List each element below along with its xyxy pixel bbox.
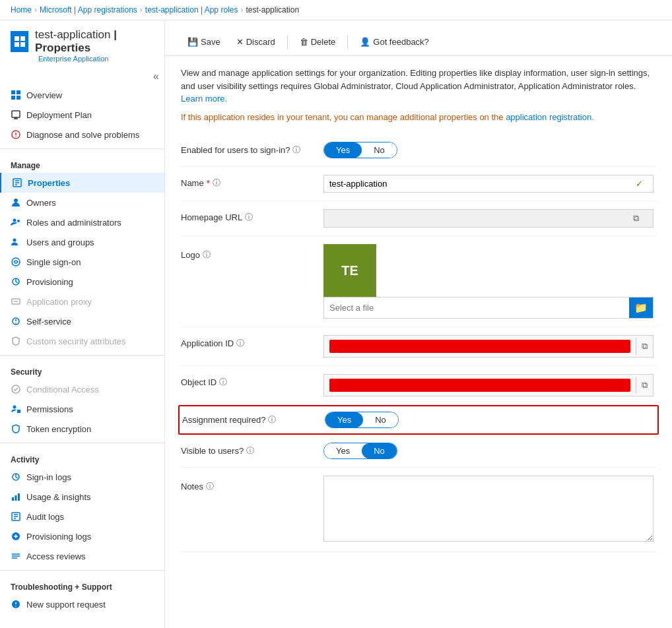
nav-item-audit-logs[interactable]: Audit logs — [0, 507, 164, 526]
visible-label: Visible to users? ⓘ — [181, 443, 313, 456]
visible-no-button[interactable]: No — [362, 443, 397, 458]
svg-rect-33 — [15, 495, 17, 501]
homepage-label: Homepage URL ⓘ — [181, 209, 313, 223]
support-icon — [11, 599, 21, 610]
visible-row: Visible to users? ⓘ Yes No — [181, 435, 656, 468]
name-info-icon[interactable]: ⓘ — [213, 177, 220, 189]
nav-item-conditional-access[interactable]: Conditional Access — [0, 379, 164, 399]
breadcrumb-home[interactable]: Home — [11, 5, 32, 15]
app-proxy-icon — [11, 296, 21, 307]
notes-info-icon[interactable]: ⓘ — [206, 481, 214, 492]
token-encryption-icon — [11, 424, 21, 434]
nav-item-provisioning[interactable]: Provisioning — [0, 272, 164, 292]
assignment-info-icon[interactable]: ⓘ — [268, 414, 276, 425]
visible-yes-button[interactable]: Yes — [324, 443, 362, 458]
usage-insights-icon — [11, 491, 21, 502]
roles-icon — [11, 217, 21, 228]
security-label: Security — [0, 360, 164, 379]
assignment-yes-button[interactable]: Yes — [325, 412, 363, 427]
logo-info-icon[interactable]: ⓘ — [203, 249, 211, 261]
app-id-field: ⧉ — [323, 335, 654, 358]
delete-icon: 🗑 — [300, 37, 308, 47]
enabled-row: Enabled for users to sign-in? ⓘ Yes No — [181, 134, 656, 167]
overview-icon — [11, 90, 21, 100]
properties-icon — [12, 177, 22, 188]
nav-item-custom-security[interactable]: Custom security attributes — [0, 331, 164, 351]
app-id-value: ⧉ — [323, 335, 656, 358]
name-label: Name * ⓘ — [181, 175, 313, 189]
logo-value: TE 📁 — [323, 244, 656, 319]
nav-item-overview[interactable]: Overview — [0, 85, 164, 105]
audit-logs-icon — [11, 511, 21, 522]
access-reviews-icon — [11, 551, 21, 561]
svg-point-13 — [15, 136, 17, 137]
save-button[interactable]: 💾 Save — [181, 34, 227, 50]
enabled-yes-button[interactable]: Yes — [324, 142, 362, 158]
homepage-info-icon[interactable]: ⓘ — [245, 212, 253, 223]
signin-logs-icon — [11, 472, 21, 482]
app-id-copy-button[interactable]: ⧉ — [636, 338, 653, 355]
nav-item-roles[interactable]: Roles and administrators — [0, 212, 164, 232]
notes-textarea[interactable] — [323, 476, 654, 542]
nav-item-properties[interactable]: Properties — [0, 173, 164, 193]
file-browse-button[interactable]: 📁 — [629, 298, 653, 318]
svg-rect-3 — [20, 42, 25, 47]
nav-item-signin-logs[interactable]: Sign-in logs — [0, 467, 164, 487]
svg-rect-8 — [12, 111, 20, 117]
nav-item-deployment[interactable]: Deployment Plan — [0, 105, 164, 125]
sidebar-collapse-button[interactable]: « — [153, 71, 159, 82]
discard-button[interactable]: ✕ Discard — [230, 34, 282, 50]
svg-rect-7 — [17, 96, 20, 100]
svg-point-22 — [12, 258, 20, 266]
breadcrumb-app-registrations[interactable]: Microsoft | App registrations — [40, 5, 137, 15]
logo-container: TE 📁 — [323, 244, 654, 319]
nav-item-users-groups[interactable]: Users and groups — [0, 232, 164, 252]
object-id-copy-button[interactable]: ⧉ — [636, 377, 653, 394]
assignment-no-button[interactable]: No — [363, 412, 398, 427]
app-registration-link[interactable]: application registration — [506, 112, 591, 122]
object-id-info-icon[interactable]: ⓘ — [219, 377, 227, 388]
logo-preview: TE — [323, 244, 376, 297]
nav-item-self-service[interactable]: Self-service — [0, 311, 164, 331]
save-icon: 💾 — [187, 37, 198, 47]
assignment-value: Yes No — [325, 412, 655, 428]
app-title: test-application | Properties — [35, 28, 154, 55]
svg-rect-0 — [15, 36, 19, 41]
file-select-row: 📁 — [323, 297, 654, 319]
form-section: Enabled for users to sign-in? ⓘ Yes No N… — [181, 134, 656, 552]
learn-more-link[interactable]: Learn more. — [181, 94, 227, 104]
breadcrumb-app-roles[interactable]: test-application | App roles — [145, 5, 238, 15]
nav-item-permissions[interactable]: Permissions — [0, 399, 164, 419]
name-input[interactable] — [324, 175, 628, 192]
svg-rect-2 — [15, 42, 19, 47]
homepage-input-wrapper: ⧉ — [323, 209, 654, 228]
nav-item-owners[interactable]: Owners — [0, 193, 164, 212]
enabled-value: Yes No — [323, 142, 656, 158]
enabled-label: Enabled for users to sign-in? ⓘ — [181, 142, 313, 156]
feedback-button[interactable]: 👤 Got feedback? — [353, 34, 436, 50]
nav-item-token-encryption[interactable]: Token encryption — [0, 419, 164, 439]
info-text-2: If this application resides in your tena… — [181, 111, 656, 124]
notes-label: Notes ⓘ — [181, 476, 313, 492]
homepage-input[interactable] — [324, 210, 628, 227]
provisioning-icon — [11, 276, 21, 287]
enabled-no-button[interactable]: No — [362, 142, 397, 158]
visible-info-icon[interactable]: ⓘ — [246, 445, 254, 456]
nav-item-usage-insights[interactable]: Usage & insights — [0, 487, 164, 507]
nav-item-support[interactable]: New support request — [0, 594, 164, 614]
svg-rect-5 — [17, 90, 20, 94]
nav-item-access-reviews[interactable]: Access reviews — [0, 546, 164, 566]
assignment-row: Assignment required? ⓘ Yes No — [178, 405, 659, 435]
homepage-copy-button[interactable]: ⧉ — [628, 210, 644, 227]
app-id-info-icon[interactable]: ⓘ — [236, 338, 244, 349]
nav-item-app-proxy[interactable]: Application proxy — [0, 292, 164, 311]
app-logo — [11, 31, 28, 52]
enabled-info-icon[interactable]: ⓘ — [292, 144, 300, 156]
nav-item-provisioning-logs[interactable]: Provisioning logs — [0, 526, 164, 546]
app-subtitle: Enterprise Application — [28, 55, 164, 71]
nav-item-diagnose[interactable]: Diagnose and solve problems — [0, 125, 164, 144]
breadcrumb: Home › Microsoft | App registrations › t… — [0, 0, 672, 20]
nav-item-sso[interactable]: Single sign-on — [0, 252, 164, 272]
file-select-input[interactable] — [324, 299, 629, 316]
delete-button[interactable]: 🗑 Delete — [293, 34, 343, 50]
